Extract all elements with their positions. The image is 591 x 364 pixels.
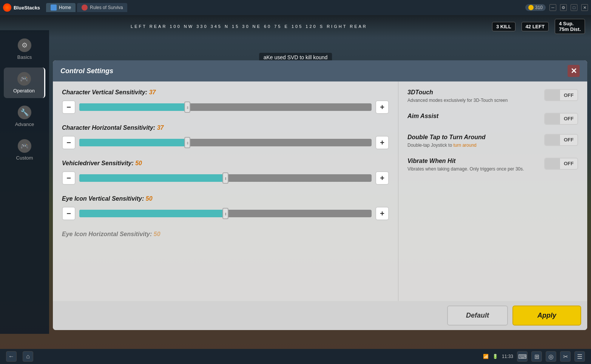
toggle-double-tap-state: OFF xyxy=(560,137,577,143)
bottom-left: ← ⌂ xyxy=(6,351,33,362)
advance-icon: 🔧 xyxy=(18,106,31,119)
toggle-vibrate-state: OFF xyxy=(560,161,577,166)
app-name: BlueStacks xyxy=(14,5,40,11)
slider-eye-horizontal-label: Eye Icon Horizontal Sensitivity: 50 xyxy=(62,231,389,238)
slider-eye-horizontal-value: 50 xyxy=(154,231,160,237)
sidebar-custom-label: Custom xyxy=(16,155,33,161)
slider-eye-vertical-label: Eye Icon Vertical Sensitivity: 50 xyxy=(62,195,389,202)
custom-icon: 🎮 xyxy=(18,139,31,153)
sidebar-item-operation[interactable]: 🎮 Operation xyxy=(4,68,45,98)
modal-footer: Default Apply xyxy=(53,301,587,330)
basics-icon: ⚙ xyxy=(18,38,31,52)
menu-button[interactable]: ☰ xyxy=(574,351,585,362)
slider-char-vertical-minus[interactable]: − xyxy=(62,100,76,114)
maximize-button[interactable]: □ xyxy=(571,4,577,11)
operation-icon: 🎮 xyxy=(17,72,31,86)
slider-char-vertical-track[interactable] xyxy=(79,103,372,111)
back-button[interactable]: ← xyxy=(6,351,17,362)
slider-char-vertical-label: Character Vertical Sensitivity: 37 xyxy=(62,89,389,96)
toggle-vibrate-title: Vibrate When Hit xyxy=(407,158,538,164)
slider-char-vertical-value: 37 xyxy=(149,89,156,95)
toggle-aim-assist-switch[interactable]: OFF xyxy=(544,113,578,125)
slider-eye-vertical-plus[interactable]: + xyxy=(375,207,389,220)
toggle-aim-assist-state: OFF xyxy=(560,116,577,121)
slider-vehicle-fill xyxy=(79,174,225,182)
toggle-vibrate: Vibrate When Hit Vibrates when taking da… xyxy=(407,158,578,172)
battery-icon: 🔋 xyxy=(492,354,498,359)
coin-count: 310 xyxy=(535,5,543,10)
sidebar: ⚙ Basics 🎮 Operation 🔧 Advance 🎮 Custom xyxy=(0,30,49,334)
keyboard-button[interactable]: ⌨ xyxy=(517,351,528,362)
settings-icon[interactable]: ⚙ xyxy=(560,4,567,11)
toggle-3dtouch-info: 3DTouch Advanced modes exclusively for 3… xyxy=(407,89,538,104)
toggle-vibrate-desc: Vibrates when taking damage. Only trigge… xyxy=(407,166,538,172)
slider-vehicle: Vehicledriver Sensitivity: 50 − + xyxy=(62,160,389,185)
sidebar-basics-label: Basics xyxy=(17,54,32,60)
sidebar-item-advance[interactable]: 🔧 Advance xyxy=(4,101,45,132)
home-button[interactable]: ⌂ xyxy=(23,351,33,362)
clock: 11:33 xyxy=(502,354,513,359)
modal-close-button[interactable]: ✕ xyxy=(568,65,580,77)
slider-char-horizontal-plus[interactable]: + xyxy=(375,136,389,149)
sidebar-item-basics[interactable]: ⚙ Basics xyxy=(4,34,45,65)
bluestacks-logo-icon xyxy=(3,3,11,12)
slider-char-vertical-fill xyxy=(79,103,187,111)
minimize-button[interactable]: ─ xyxy=(549,4,556,11)
slider-eye-vertical-fill xyxy=(79,210,225,217)
scissors-button[interactable]: ✂ xyxy=(560,351,571,362)
slider-eye-vertical-value: 50 xyxy=(146,195,153,202)
slider-char-horizontal-thumb[interactable] xyxy=(184,137,190,148)
bottom-bar: ← ⌂ 📶 🔋 11:33 ⌨ ⊞ ◎ ✂ ☰ xyxy=(0,349,591,364)
title-bar-right: 310 ─ ⚙ □ ✕ xyxy=(525,4,588,11)
slider-vehicle-thumb[interactable] xyxy=(222,172,228,184)
toggle-double-tap-track xyxy=(545,135,560,145)
toggle-vibrate-switch[interactable]: OFF xyxy=(544,158,578,170)
slider-vehicle-minus[interactable]: − xyxy=(62,171,76,185)
slider-eye-vertical-track[interactable] xyxy=(79,210,372,217)
toggle-3dtouch-title: 3DTouch xyxy=(407,89,538,96)
slider-char-horizontal-minus[interactable]: − xyxy=(62,136,76,149)
default-button[interactable]: Default xyxy=(447,306,508,326)
sidebar-operation-label: Operation xyxy=(13,88,35,94)
screen-button[interactable]: ⊞ xyxy=(531,351,542,362)
home-tab-icon xyxy=(51,5,57,11)
slider-char-vertical-plus[interactable]: + xyxy=(375,100,389,114)
location-button[interactable]: ◎ xyxy=(546,351,556,362)
game-area: LEFT REAR 100 NW 330 345 N 15 30 NE 60 7… xyxy=(0,15,591,349)
slider-char-vertical-control: − + xyxy=(62,100,389,114)
compass: LEFT REAR 100 NW 330 345 N 15 30 NE 60 7… xyxy=(6,24,492,29)
game-tab-icon xyxy=(82,5,88,11)
slider-vehicle-track[interactable] xyxy=(79,174,372,182)
toggle-vibrate-track xyxy=(545,158,560,169)
toggle-double-tap-info: Double Tap to Turn Around Double-tap Joy… xyxy=(407,134,538,149)
slider-char-horizontal-value: 37 xyxy=(157,124,164,131)
slider-char-horizontal: Character Horizontal Sensitivity: 37 − + xyxy=(62,124,389,149)
toggle-double-tap-switch[interactable]: OFF xyxy=(544,134,578,146)
slider-char-vertical-thumb[interactable] xyxy=(184,101,190,113)
sliders-panel: Character Vertical Sensitivity: 37 − + xyxy=(53,81,398,301)
toggle-aim-assist-track xyxy=(545,114,560,124)
slider-eye-vertical: Eye Icon Vertical Sensitivity: 50 − + xyxy=(62,195,389,220)
slider-eye-vertical-thumb[interactable] xyxy=(222,208,228,219)
sidebar-advance-label: Advance xyxy=(15,121,34,127)
slider-char-horizontal-track[interactable] xyxy=(79,139,372,146)
control-settings-modal: Control Settings ✕ Character Vertical Se… xyxy=(53,60,587,330)
tab-home[interactable]: Home xyxy=(46,3,76,12)
toggle-double-tap-title: Double Tap to Turn Around xyxy=(407,134,538,141)
slider-vehicle-label: Vehicledriver Sensitivity: 50 xyxy=(62,160,389,167)
slider-vehicle-plus[interactable]: + xyxy=(375,171,389,185)
toggle-vibrate-info: Vibrate When Hit Vibrates when taking da… xyxy=(407,158,538,172)
home-tab-label: Home xyxy=(59,5,71,10)
toggle-double-tap: Double Tap to Turn Around Double-tap Joy… xyxy=(407,134,578,149)
toggle-aim-assist: Aim Assist OFF xyxy=(407,113,578,125)
slider-eye-vertical-minus[interactable]: − xyxy=(62,207,76,220)
toggle-3dtouch-desc: Advanced modes exclusively for 3D-Touch … xyxy=(407,97,538,104)
modal-title: Control Settings xyxy=(60,67,113,75)
apply-button[interactable]: Apply xyxy=(512,306,581,326)
toggles-panel: 3DTouch Advanced modes exclusively for 3… xyxy=(398,81,587,301)
sidebar-item-custom[interactable]: 🎮 Custom xyxy=(4,135,45,165)
tab-game[interactable]: Rules of Surviva xyxy=(77,3,127,12)
toggle-double-tap-desc: Double-tap Joystick to turn around xyxy=(407,142,538,149)
close-button[interactable]: ✕ xyxy=(581,4,588,11)
toggle-3dtouch-switch[interactable]: OFF xyxy=(544,89,578,101)
